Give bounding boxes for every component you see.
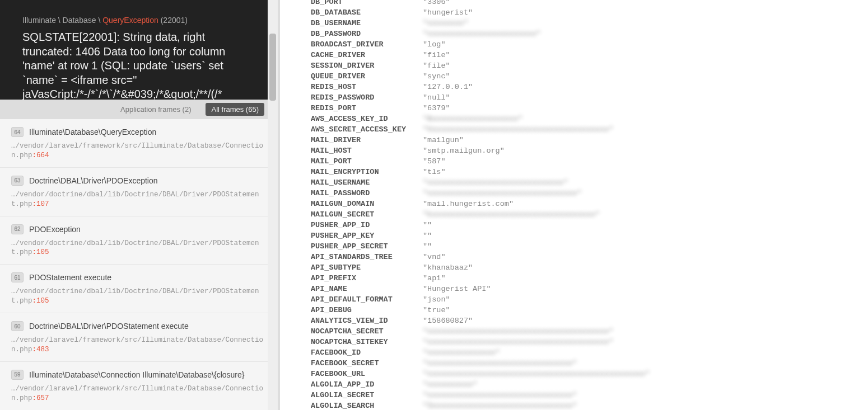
frame-path: …/vendor/doctrine/dbal/lib/Doctrine/DBAL… [11, 239, 267, 258]
env-key: MAIL_HOST [311, 145, 423, 156]
env-key: API_NAME [311, 284, 423, 294]
env-value: "Hungerist API" [423, 284, 650, 294]
exception-class: QueryException [102, 16, 158, 25]
stack-frame[interactable]: 60Doctrine\DBAL\Driver\PDOStatement exec… [0, 313, 278, 362]
env-value: "file" [423, 50, 650, 60]
frame-name: Illuminate\Database\Connection Illuminat… [29, 370, 244, 379]
env-key: ALGOLIA_SECRET [311, 390, 423, 400]
env-row: MAIL_ENCRYPTION"tls" [311, 167, 650, 177]
env-value: "" [423, 230, 650, 241]
stack-frame[interactable]: 64Illuminate\Database\QueryException…/ve… [0, 119, 278, 168]
env-key: DB_PORT [311, 0, 423, 7]
env-row: ANALYTICS_VIEW_ID"158680827" [311, 315, 650, 326]
env-row: FACEBOOK_ID"xxxxxxxxxxxxxxx" [311, 347, 650, 358]
env-value: "json" [423, 294, 650, 305]
frame-number: 62 [11, 224, 24, 234]
env-value: "kxxxxxxxxxxxxxxxxxxxxxxxxxxxxxxxxxxxx" [423, 209, 650, 220]
env-row: PUSHER_APP_SECRET"" [311, 241, 650, 252]
env-row: API_DEFAULT_FORMAT"json" [311, 294, 650, 305]
frame-path: …/vendor/doctrine/dbal/lib/Doctrine/DBAL… [11, 287, 267, 306]
env-value: "587" [423, 156, 650, 167]
env-value: "xxxxxxxxxxxxxxxxxxxxxxxx" [423, 29, 650, 39]
left-scrollbar[interactable] [268, 0, 278, 410]
env-row: REDIS_PORT"6379" [311, 103, 650, 114]
env-value: "xxxxxxxxxx" [423, 379, 650, 390]
frame-name: PDOStatement execute [29, 273, 111, 282]
frame-path: …/vendor/laravel/framework/src/Illuminat… [11, 336, 267, 355]
env-row: ALGOLIA_SECRET"xxxxxxxxxxxxxxxxxxxxxxxxx… [311, 390, 650, 400]
env-value: "xxxxxxxxxxxxxxxxxxxxxxxxxxxxxxxxxxxxxxx… [423, 369, 650, 379]
env-key: PUSHER_APP_SECRET [311, 241, 423, 252]
env-key: NOCAPTCHA_SITEKEY [311, 337, 423, 347]
frame-number: 64 [11, 127, 24, 137]
env-key: DB_DATABASE [311, 7, 423, 18]
env-key: API_DEBUG [311, 305, 423, 315]
env-value: "mail.hungerist.com" [423, 199, 650, 209]
env-key: MAIL_ENCRYPTION [311, 167, 423, 177]
env-row: MAIL_DRIVER"mailgun" [311, 135, 650, 145]
frame-path: …/vendor/laravel/framework/src/Illuminat… [11, 142, 267, 161]
stack-frame[interactable]: 59Illuminate\Database\Connection Illumin… [0, 362, 278, 410]
env-row: REDIS_PASSWORD"null" [311, 92, 650, 103]
frame-tabs: Application frames (2) All frames (65) [0, 100, 278, 119]
env-value: "khanabaaz" [423, 262, 650, 273]
env-value: "null" [423, 92, 650, 103]
env-value: "" [423, 241, 650, 252]
env-table: DB_PORT"3306"DB_DATABASE"hungerist"DB_US… [311, 0, 650, 410]
env-value: "" [423, 220, 650, 230]
env-value: "api" [423, 273, 650, 284]
env-value: "3xxxxxxxxxxxxxxxxxxxxxxxxxxxxxxx" [423, 400, 650, 410]
env-row: CACHE_DRIVER"file" [311, 50, 650, 60]
env-row: PUSHER_APP_KEY"" [311, 230, 650, 241]
env-key: PUSHER_APP_KEY [311, 230, 423, 241]
env-key: QUEUE_DRIVER [311, 71, 423, 82]
env-value: "true" [423, 305, 650, 315]
env-row: MAILGUN_DOMAIN"mail.hungerist.com" [311, 199, 650, 209]
env-row: SESSION_DRIVER"file" [311, 60, 650, 71]
env-key: REDIS_PORT [311, 103, 423, 114]
env-key: API_DEFAULT_FORMAT [311, 294, 423, 305]
tab-all-frames[interactable]: All frames (65) [206, 103, 264, 116]
stack-frame[interactable]: 63Doctrine\DBAL\Driver\PDOException…/ven… [0, 168, 278, 216]
environment-panel: DB_PORT"3306"DB_DATABASE"hungerist"DB_US… [280, 0, 868, 410]
env-row: DB_DATABASE"hungerist" [311, 7, 650, 18]
frame-path: …/vendor/doctrine/dbal/lib/Doctrine/DBAL… [11, 190, 267, 209]
env-row: NOCAPTCHA_SECRET"xxxxxxxxxxxxxxxxxxxxxxx… [311, 326, 650, 337]
env-row: MAIL_PASSWORD"xxxxxxxxxxxxxxxxxxxxxxxxxx… [311, 188, 650, 199]
stack-frame[interactable]: 61PDOStatement execute…/vendor/doctrine/… [0, 265, 278, 313]
env-key: DB_PASSWORD [311, 29, 423, 39]
frame-name: Doctrine\DBAL\Driver\PDOException [29, 176, 158, 185]
env-value: "Vxxxxxxxxxxxxxxxxxxxxxxxxxxxxxxxxxxxxxx… [423, 124, 650, 135]
env-row: MAIL_USERNAME"xxxxxxxxxxxxxxxxxxxxxxxxxx… [311, 177, 650, 188]
env-value: "6379" [423, 103, 650, 114]
env-value: "xxxxxxxxxxxxxxxxxxxxxxxxxxxxxxxxxxxxxxx… [423, 337, 650, 347]
env-value: "xxxxxxxxxxxxxxxxxxxxxxxxxxxxxxxx" [423, 390, 650, 400]
tab-application-frames[interactable]: Application frames (2) [115, 103, 197, 116]
env-key: MAIL_PORT [311, 156, 423, 167]
env-key: PUSHER_APP_ID [311, 220, 423, 230]
frame-name: Illuminate\Database\QueryException [29, 128, 156, 136]
env-value: "mailgun" [423, 135, 650, 145]
env-row: NOCAPTCHA_SITEKEY"xxxxxxxxxxxxxxxxxxxxxx… [311, 337, 650, 347]
error-header: Illuminate \ Database \ QueryException (… [0, 0, 278, 100]
env-value: "file" [423, 60, 650, 71]
env-row: FACEBOOK_SECRET"xxxxxxxxxxxxxxxxxxxxxxxx… [311, 358, 650, 369]
env-row: MAILGUN_SECRET"kxxxxxxxxxxxxxxxxxxxxxxxx… [311, 209, 650, 220]
env-row: QUEUE_DRIVER"sync" [311, 71, 650, 82]
env-key: MAIL_DRIVER [311, 135, 423, 145]
env-key: CACHE_DRIVER [311, 50, 423, 60]
env-value: "xxxxxxxxxxxxxxx" [423, 347, 650, 358]
exception-code: (22001) [161, 16, 188, 25]
env-row: API_NAME"Hungerist API" [311, 284, 650, 294]
env-value: "vnd" [423, 252, 650, 262]
env-row: ALGOLIA_SEARCH"3xxxxxxxxxxxxxxxxxxxxxxxx… [311, 400, 650, 410]
env-value: "xxxxxxxxxxxxxxxxxxxxxxxxxxxxxx" [423, 177, 650, 188]
env-row: AWS_SECRET_ACCESS_KEY"Vxxxxxxxxxxxxxxxxx… [311, 124, 650, 135]
env-row: API_PREFIX"api" [311, 273, 650, 284]
frame-name: Doctrine\DBAL\Driver\PDOStatement execut… [29, 322, 189, 331]
exception-message: SQLSTATE[22001]: String data, right trun… [22, 30, 255, 100]
stack-frame[interactable]: 62PDOException…/vendor/doctrine/dbal/lib… [0, 216, 278, 265]
frame-number: 59 [11, 370, 24, 380]
env-key: MAILGUN_DOMAIN [311, 199, 423, 209]
env-key: FACEBOOK_SECRET [311, 358, 423, 369]
